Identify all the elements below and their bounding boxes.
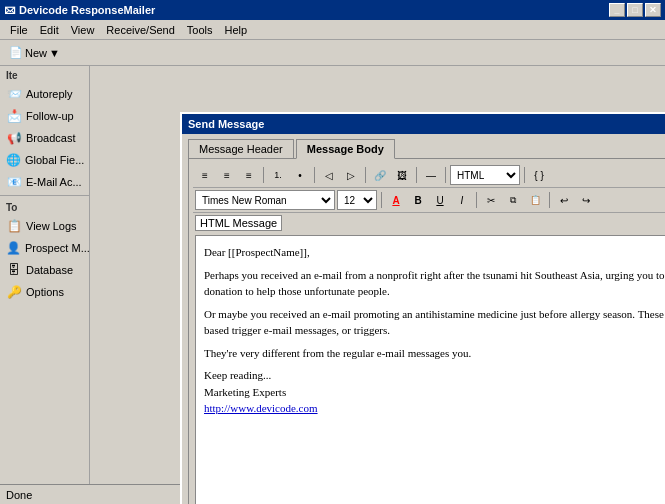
align-right-button[interactable]: ≡ xyxy=(239,165,259,185)
outdent-button[interactable]: ◁ xyxy=(319,165,339,185)
sidebar-item-followup[interactable]: 📩 Follow-up xyxy=(0,105,89,127)
font-bar: Times New Roman 12 A B U I ✂ ⧉ 📋 xyxy=(193,188,665,213)
sidebar-item-global-fields[interactable]: 🌐 Global Fie... xyxy=(0,149,89,171)
sidebar-label-global-fields: Global Fie... xyxy=(25,154,84,166)
status-text: Done xyxy=(6,489,32,501)
insert-image-button[interactable]: 🖼 xyxy=(392,165,412,185)
sidebar-item-view-logs[interactable]: 📋 View Logs xyxy=(0,215,89,237)
align-center-button[interactable]: ≡ xyxy=(217,165,237,185)
bold-button[interactable]: B xyxy=(408,190,428,210)
sidebar-item-email-accounts[interactable]: 📧 E-Mail Ac... xyxy=(0,171,89,193)
autoreply-icon: 📨 xyxy=(6,86,22,102)
insert-link-button[interactable]: 🔗 xyxy=(370,165,390,185)
ordered-list-button[interactable]: 1. xyxy=(268,165,288,185)
email-accounts-icon: 📧 xyxy=(6,174,22,190)
html-label-row: HTML Message xyxy=(193,213,665,233)
html-message-label: HTML Message xyxy=(195,215,282,231)
global-fields-icon: 🌐 xyxy=(6,152,21,168)
greeting-text: Dear [[ProspectName]], xyxy=(204,244,665,261)
sidebar: Ite 📨 Autoreply 📩 Follow-up 📢 Broadcast … xyxy=(0,66,90,504)
unordered-list-button[interactable]: • xyxy=(290,165,310,185)
main-toolbar: 📄 New ▼ xyxy=(0,40,665,66)
format-bar: ≡ ≡ ≡ 1. • ◁ ▷ 🔗 🖼 — xyxy=(193,163,665,188)
app-title-group: 🖂 Devicode ResponseMailer xyxy=(4,4,155,16)
italic-button[interactable]: I xyxy=(452,190,472,210)
view-logs-icon: 📋 xyxy=(6,218,22,234)
menu-file[interactable]: File xyxy=(4,22,34,38)
indent-button[interactable]: ▷ xyxy=(341,165,361,185)
align-left-button[interactable]: ≡ xyxy=(195,165,215,185)
close-button[interactable]: ✕ xyxy=(645,3,661,17)
paragraph3: They're very different from the regular … xyxy=(204,345,665,362)
sidebar-label-view-logs: View Logs xyxy=(26,220,77,232)
new-button[interactable]: 📄 New ▼ xyxy=(4,43,65,62)
sep5 xyxy=(445,167,446,183)
maximize-button[interactable]: □ xyxy=(627,3,643,17)
format-dropdown[interactable]: HTML xyxy=(450,165,520,185)
menu-edit[interactable]: Edit xyxy=(34,22,65,38)
database-icon: 🗄 xyxy=(6,262,22,278)
sidebar-item-database[interactable]: 🗄 Database xyxy=(0,259,89,281)
app-icon: 🖂 xyxy=(4,4,15,16)
minimize-button[interactable]: _ xyxy=(609,3,625,17)
sep6 xyxy=(524,167,525,183)
menu-view[interactable]: View xyxy=(65,22,101,38)
link-text[interactable]: http://www.devicode.com xyxy=(204,400,665,417)
sep4 xyxy=(416,167,417,183)
options-icon: 🔑 xyxy=(6,284,22,300)
title-bar: 🖂 Devicode ResponseMailer _ □ ✕ xyxy=(0,0,665,20)
sidebar-label-followup: Follow-up xyxy=(26,110,74,122)
dialog-title: Send Message xyxy=(188,118,264,130)
menu-help[interactable]: Help xyxy=(219,22,254,38)
editor-area[interactable]: Dear [[ProspectName]], Perhaps you recei… xyxy=(195,235,665,504)
broadcast-icon: 📢 xyxy=(6,130,22,146)
undo-button[interactable]: ↩ xyxy=(554,190,574,210)
sep9 xyxy=(549,192,550,208)
sidebar-item-broadcast[interactable]: 📢 Broadcast xyxy=(0,127,89,149)
font-name-select[interactable]: Times New Roman xyxy=(195,190,335,210)
underline-button[interactable]: U xyxy=(430,190,450,210)
tab-bar: Message Header Message Body xyxy=(182,134,665,158)
sidebar-item-prospect-mgr[interactable]: 👤 Prospect M... xyxy=(0,237,89,259)
sidebar-item-options[interactable]: 🔑 Options xyxy=(0,281,89,303)
sidebar-label-email-accounts: E-Mail Ac... xyxy=(26,176,82,188)
content-area: Send Message ✕ Message Header Message Bo… xyxy=(90,66,665,504)
insert-tag-button[interactable]: { } xyxy=(529,165,549,185)
copy-button[interactable]: ⧉ xyxy=(503,190,523,210)
tab-message-body[interactable]: Message Body xyxy=(296,139,395,159)
window-controls: _ □ ✕ xyxy=(609,3,661,17)
sidebar-label-prospect-mgr: Prospect M... xyxy=(25,242,89,254)
tab-content-inner: ≡ ≡ ≡ 1. • ◁ ▷ 🔗 🖼 — xyxy=(193,163,665,504)
sidebar-label-options: Options xyxy=(26,286,64,298)
sidebar-section-tools: To xyxy=(0,198,89,215)
dialog-title-bar: Send Message ✕ xyxy=(182,114,665,134)
new-dropdown-icon[interactable]: ▼ xyxy=(49,47,60,59)
website-link[interactable]: http://www.devicode.com xyxy=(204,402,318,414)
font-size-select[interactable]: 12 xyxy=(337,190,377,210)
app-title: Devicode ResponseMailer xyxy=(19,4,155,16)
sep7 xyxy=(381,192,382,208)
sep8 xyxy=(476,192,477,208)
sidebar-item-autoreply[interactable]: 📨 Autoreply xyxy=(0,83,89,105)
paste-button[interactable]: 📋 xyxy=(525,190,545,210)
menu-tools[interactable]: Tools xyxy=(181,22,219,38)
menu-bar: File Edit View Receive/Send Tools Help xyxy=(0,20,665,40)
closing-text: Keep reading... xyxy=(204,367,665,384)
redo-button[interactable]: ↪ xyxy=(576,190,596,210)
new-icon: 📄 xyxy=(9,46,23,59)
prospect-mgr-icon: 👤 xyxy=(6,240,21,256)
font-color-button[interactable]: A xyxy=(386,190,406,210)
sep1 xyxy=(263,167,264,183)
cut-button[interactable]: ✂ xyxy=(481,190,501,210)
sep3 xyxy=(365,167,366,183)
main-layout: Ite 📨 Autoreply 📩 Follow-up 📢 Broadcast … xyxy=(0,66,665,504)
sidebar-divider xyxy=(0,195,89,196)
sidebar-label-autoreply: Autoreply xyxy=(26,88,72,100)
sep2 xyxy=(314,167,315,183)
followup-icon: 📩 xyxy=(6,108,22,124)
menu-receive-send[interactable]: Receive/Send xyxy=(100,22,181,38)
sidebar-label-database: Database xyxy=(26,264,73,276)
horizontal-rule-button[interactable]: — xyxy=(421,165,441,185)
tab-message-header[interactable]: Message Header xyxy=(188,139,294,159)
paragraph1: Perhaps you received an e-mail from a no… xyxy=(204,267,665,300)
